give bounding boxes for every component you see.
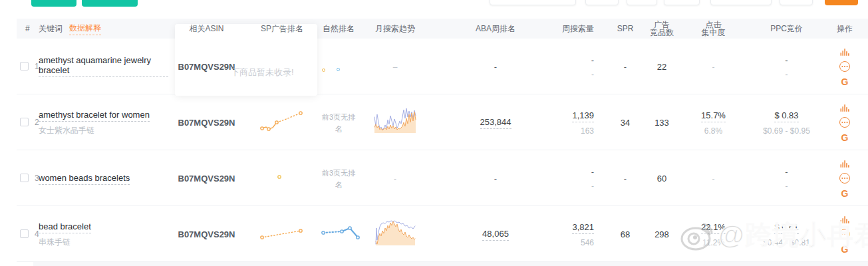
spr-value: 68 — [621, 229, 630, 239]
google-trends-icon[interactable]: G — [841, 133, 849, 142]
asin-value[interactable]: B07MQVS29N — [178, 229, 235, 239]
asin-value[interactable]: B07MQVS29N — [178, 118, 235, 128]
click-concentration-value[interactable]: 22.1% — [701, 222, 726, 234]
weekly-search-value: - — [591, 55, 594, 65]
toolbar-teal-button-2[interactable] — [82, 0, 138, 7]
toolbar-search-button[interactable] — [825, 0, 858, 5]
col-aba-rank: ABA周排名 — [476, 24, 515, 33]
toolbar-filter-button-2[interactable] — [585, 0, 619, 5]
sp-rank-sparkline — [258, 108, 306, 134]
ppc-bid-value: - — [785, 55, 788, 65]
keyword-link[interactable]: amethyst bracelet for women — [39, 110, 150, 122]
chart-icon[interactable] — [840, 104, 849, 112]
keyword-translation: 串珠手链 — [39, 237, 168, 248]
ppc-bid-range: $0.69 - $0.95 — [752, 126, 821, 136]
click-concentration-value: - — [712, 174, 715, 184]
keyword-translation: 女士紫水晶手链 — [39, 125, 168, 136]
weekly-search-sub: 546 — [545, 238, 594, 247]
table-header-row: # 关键词 数据解释 相关ASIN SP广告排名 自然排名 月搜索趋势 ABA周… — [17, 19, 868, 39]
ad-competitors-value: 298 — [654, 229, 669, 239]
sp-rank-sparkline — [258, 220, 306, 245]
keyword-link[interactable]: bead bracelet — [39, 221, 91, 233]
table-row: 2 amethyst bracelet for women 女士紫水晶手链 B0… — [17, 94, 868, 150]
chart-icon[interactable] — [840, 160, 849, 168]
more-actions-icon[interactable] — [839, 229, 850, 239]
organic-rank-dot-icon — [337, 68, 340, 71]
table-footer-strip — [33, 262, 868, 266]
col-organic-rank: 自然排名 — [323, 24, 355, 33]
weekly-search-sub: - — [545, 182, 594, 191]
col-actions: 操作 — [837, 24, 853, 33]
aba-rank-value[interactable]: 48,065 — [482, 229, 509, 241]
weekly-search-value: - — [591, 167, 594, 177]
asin-value[interactable]: B07MQVS29N — [178, 62, 235, 72]
more-actions-icon[interactable] — [839, 61, 850, 72]
row-checkbox[interactable] — [20, 62, 29, 70]
col-ad-competitors-line2: 竞品数 — [650, 28, 674, 37]
organic-rank-cell — [319, 221, 358, 247]
col-spr: SPR — [617, 24, 634, 33]
google-trends-icon[interactable]: G — [841, 189, 849, 198]
ppc-bid-value[interactable]: $ 0.61 — [774, 222, 798, 234]
spr-value: 34 — [621, 118, 630, 128]
keyword-research-page: # 关键词 数据解释 相关ASIN SP广告排名 自然排名 月搜索趋势 ABA周… — [0, 0, 868, 266]
weekly-search-value[interactable]: 1,139 — [572, 110, 594, 122]
monthly-trend-cell — [358, 106, 432, 138]
asin-tooltip — [175, 24, 317, 96]
weekly-search-sub: - — [545, 70, 594, 79]
asin-tooltip-text: 下商品暂未收录! — [231, 66, 294, 78]
google-trends-icon[interactable]: G — [841, 77, 849, 86]
sp-rank-cell — [245, 220, 319, 248]
toolbar-filter-button-5[interactable] — [710, 0, 772, 5]
keyword-link[interactable]: amethyst aquamarine jewelry bracelet — [39, 55, 168, 77]
sp-rank-cell — [245, 164, 319, 192]
row-checkbox[interactable] — [20, 118, 29, 126]
click-concentration-value[interactable]: 15.7% — [701, 110, 726, 122]
google-trends-icon[interactable]: G — [841, 245, 849, 254]
col-sp-rank: SP广告排名 — [261, 24, 303, 33]
asin-value[interactable]: B07MQVS29N — [178, 174, 235, 184]
spr-value: - — [624, 174, 627, 184]
keyword-link[interactable]: women beads bracelets — [39, 173, 130, 185]
col-weekly-search: 周搜索量 — [562, 24, 594, 33]
ad-competitors-value: 60 — [657, 174, 666, 184]
ppc-bid-value[interactable]: $ 0.83 — [774, 110, 798, 122]
click-concentration-sub: 6.8% — [675, 126, 752, 136]
ad-competitors-value: 133 — [654, 118, 669, 128]
chart-icon[interactable] — [840, 215, 849, 223]
monthly-trend-value: – — [393, 63, 398, 72]
sp-rank-dot-icon — [322, 68, 325, 72]
col-ppc: PPC竞价 — [770, 24, 803, 33]
toolbar-filter-button-3[interactable] — [627, 0, 657, 5]
aba-rank-value: - — [494, 174, 497, 184]
click-concentration-value: - — [712, 63, 715, 72]
toolbar-teal-button-1[interactable] — [31, 0, 76, 7]
ppc-bid-range: $0.44 - $0.81 — [752, 238, 821, 247]
organic-rank-value: 前3页无排名 — [322, 113, 355, 133]
data-explain-link[interactable]: 数据解释 — [69, 23, 101, 35]
ppc-bid-range: - — [752, 182, 821, 191]
sp-rank-cell — [245, 108, 319, 136]
row-checkbox[interactable] — [20, 174, 29, 182]
col-keyword: 关键词 — [39, 23, 63, 35]
aba-rank-value: - — [494, 62, 497, 72]
table-row: 下商品暂未收录! 1 amethyst aquamarine jewelry b… — [17, 39, 868, 94]
organic-rank-value: 前3页无排名 — [322, 169, 355, 189]
col-asin: 相关ASIN — [189, 24, 223, 33]
more-actions-icon[interactable] — [839, 173, 850, 184]
more-actions-icon[interactable] — [839, 117, 850, 128]
toolbar-filter-button-6[interactable] — [780, 0, 813, 5]
monthly-trend-chart — [373, 106, 417, 136]
sp-rank-sparkline — [258, 164, 306, 190]
monthly-trend-chart — [373, 217, 417, 248]
toolbar-filter-button-4[interactable] — [664, 0, 700, 5]
col-monthly-trend: 月搜索趋势 — [375, 24, 415, 33]
weekly-search-value[interactable]: 3,821 — [572, 222, 594, 234]
row-checkbox[interactable] — [20, 229, 29, 238]
keyword-table: # 关键词 数据解释 相关ASIN SP广告排名 自然排名 月搜索趋势 ABA周… — [17, 19, 868, 266]
chart-icon[interactable] — [840, 48, 849, 56]
toolbar-filter-button-1[interactable] — [490, 0, 576, 5]
monthly-trend-value: - — [394, 174, 396, 184]
weekly-search-sub: 163 — [545, 126, 594, 136]
aba-rank-value[interactable]: 253,844 — [480, 117, 511, 129]
